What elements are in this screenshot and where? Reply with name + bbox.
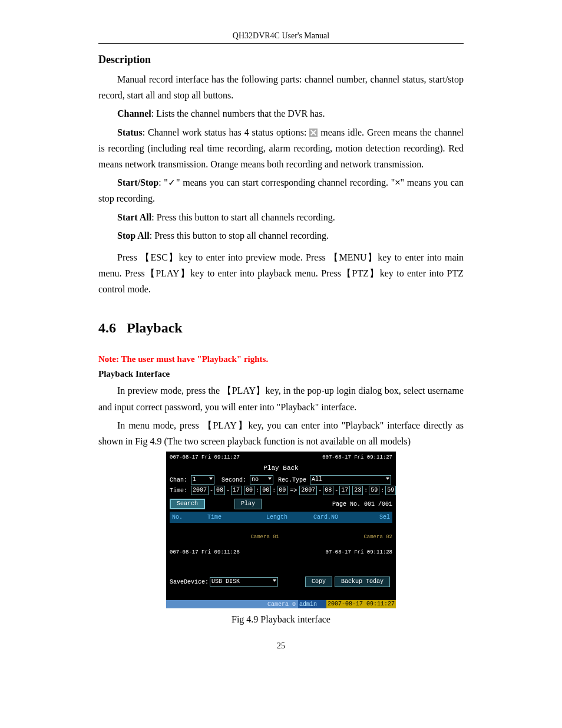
playback-title: Play Back [170,463,392,473]
time-to-mi[interactable]: 59 [369,486,379,495]
backup-today-button[interactable]: Backup Today [335,577,390,587]
time-label: Time: [170,486,187,495]
savedevice-label: SaveDevice: [170,578,209,587]
time-from-h[interactable]: 00 [244,486,254,495]
figure-caption: Fig 4.9 Playback interface [98,612,464,627]
section-name: Playback [127,320,183,335]
startstop-label: Start/Stop [117,177,158,187]
search-button[interactable]: Search [170,499,205,509]
idle-icon [309,129,318,137]
col-time: Time [207,513,266,522]
startall-text: : Press this button to start all channel… [151,212,335,222]
play-button[interactable]: Play [234,499,262,509]
channel-label: Channel [117,108,151,118]
bottom-bar: Camera 0 admin 2007-08-17 09:11:27 [166,600,396,608]
desc-channel: Channel: Lists the channel numbers that … [98,106,464,121]
playback-subhead: Playback Interface [98,367,464,381]
desc-startstop: Start/Stop: "✓" means you can start corr… [98,174,464,206]
startstop-pre: : " [158,177,168,187]
startall-label: Start All [117,212,151,222]
section-title: 4.6 Playback [98,317,464,338]
col-sel: Sel [361,513,390,522]
time-to-mo[interactable]: 08 [323,486,333,495]
status-pre: : Channel work status has 4 status optio… [143,127,310,137]
admin-label: admin [299,600,317,609]
col-length: Length [266,513,313,522]
time-to-s[interactable]: 59 [385,486,396,495]
header-rule [98,43,464,44]
status-label: Status [117,127,143,137]
startstop-mid: " means you can start corresponding chan… [176,177,395,187]
copy-button[interactable]: Copy [305,577,332,587]
desc-intro: Manual record interface has the followin… [98,71,464,103]
osd-top-right: 007-08-17 Fri 09:11:27 [322,454,392,462]
camera-01-label: Camera 01 [170,533,283,542]
rectype-select[interactable]: All [310,475,391,485]
row-chan: Chan: 1 Second: no Rec.Type All [170,475,392,485]
table-header: No. Time Length Card.NO Sel [170,512,392,523]
rectype-label: Rec.Type [278,476,306,485]
pager: Page No. 001 /001 [332,500,392,509]
chan-select[interactable]: 1 [191,475,214,485]
second-select[interactable]: no [250,475,273,485]
chan-label: Chan: [170,476,187,485]
time-from-y[interactable]: 2007 [191,486,209,495]
time-to-h[interactable]: 23 [352,486,363,495]
osd-top-left: 007-08-17 Fri 09:11:27 [170,454,240,462]
time-from-mo[interactable]: 08 [214,486,225,495]
time-arrow: => [290,486,297,495]
osd-mid-left: 007-08-17 Fri 09:11:28 [170,549,240,557]
time-to-y[interactable]: 2007 [299,486,317,495]
second-label: Second: [222,476,246,485]
col-no: No. [172,513,207,522]
check-icon: ✓ [168,177,176,187]
section-number: 4.6 [98,320,116,335]
playback-p2: In menu mode, press 【PLAY】key, you can e… [98,417,464,449]
channel-text: : Lists the channel numbers that the DVR… [151,108,325,118]
running-header: QH32DVR4C User's Manual [98,29,464,42]
page-number: 25 [98,640,464,652]
col-cardno: Card.NO [313,513,361,522]
desc-status: Status: Channel work status has 4 status… [98,124,464,173]
stopall-text: : Press this button to stop all channel … [150,230,329,241]
playback-p1: In preview mode, press the 【PLAY】key, in… [98,383,464,414]
stopall-label: Stop All [117,230,150,241]
time-from-d[interactable]: 17 [231,486,242,495]
time-to-d[interactable]: 17 [339,486,350,495]
time-from-mi[interactable]: 00 [260,486,271,495]
desc-keys: Press 【ESC】key to enter into preview mod… [98,249,464,298]
camera-02-label: Camera 02 [283,533,392,542]
time-from-s[interactable]: 00 [277,486,287,495]
row-time: Time: 2007-08-17 00:00:00 => 2007-08-17 … [170,486,392,495]
osd-mid-right: 07-08-17 Fri 09:11:28 [326,549,392,557]
playback-note: Note: The user must have "Playback" righ… [98,353,464,366]
clock: 2007-08-17 09:11:27 [326,600,396,608]
savedevice-select[interactable]: USB DISK [210,577,278,587]
desc-stopall: Stop All: Press this button to stop all … [98,228,464,243]
description-heading: Description [98,52,464,68]
playback-screenshot: 007-08-17 Fri 09:11:27 007-08-17 Fri 09:… [166,452,396,608]
desc-startall: Start All: Press this button to start al… [98,209,464,225]
video-label: Camera 0 [166,600,298,608]
cross-icon: × [395,177,400,187]
